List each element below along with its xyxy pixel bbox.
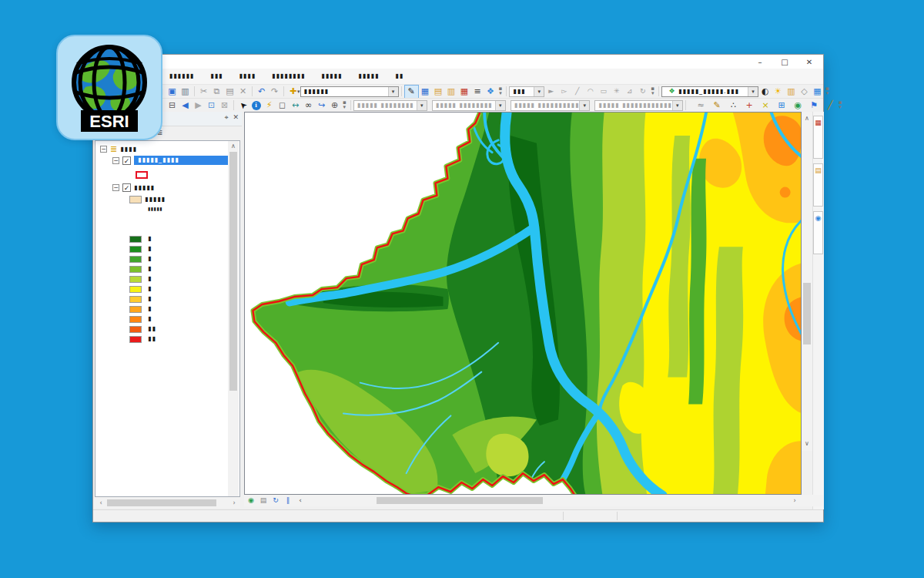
- menu-item-6[interactable]: ▮▮▮▮▮: [319, 72, 344, 81]
- legend-color-swatch[interactable]: [129, 326, 142, 333]
- midpoint-tool-icon[interactable]: ✳: [610, 86, 623, 98]
- vertex-edit-icon[interactable]: ∴: [727, 99, 740, 112]
- geocoding-combo[interactable]: ▮▮▮▮▮ ▮▮▮▮▮▮▮▮ ▾: [432, 100, 506, 111]
- data-view-button[interactable]: ◉: [246, 496, 256, 506]
- forward-extent-icon[interactable]: ▶: [192, 99, 205, 112]
- menu-item-3[interactable]: ▮▮▮: [208, 72, 225, 81]
- sketch-pencil-icon[interactable]: ✎: [711, 99, 724, 112]
- catalog-tab[interactable]: ▤: [813, 163, 823, 207]
- legend-color-swatch[interactable]: [129, 336, 142, 343]
- modelbuilder-icon[interactable]: ❖: [484, 86, 497, 98]
- print-icon[interactable]: ▥: [179, 86, 192, 98]
- undo-icon[interactable]: ↶: [255, 86, 268, 98]
- menu-item-7[interactable]: ▮▮▮▮▮: [356, 72, 381, 81]
- trace-edge-icon[interactable]: ≈: [695, 99, 708, 112]
- menu-item-8[interactable]: ▮▮: [393, 72, 406, 81]
- html-popup-icon[interactable]: ◻: [276, 99, 289, 112]
- scale-dropdown-icon[interactable]: ▾: [388, 87, 398, 96]
- pin-icon[interactable]: ⌖: [224, 113, 228, 122]
- refresh-view-button[interactable]: ↻: [270, 496, 281, 506]
- trace-tool-icon[interactable]: ⊿: [623, 86, 636, 98]
- minimize-button[interactable]: –: [748, 55, 772, 69]
- collapse-icon[interactable]: −: [100, 146, 107, 153]
- image-layer-combobox[interactable]: ❖ ▮▮▮▮▮_▮▮▮▮▮.▮▮▮ ▾: [661, 86, 758, 97]
- find-icon[interactable]: ∞: [302, 99, 315, 112]
- layer2-checkbox[interactable]: ✓: [122, 183, 131, 192]
- editor-toggle-icon[interactable]: ✎: [404, 85, 419, 99]
- catalog-icon[interactable]: ▤: [432, 86, 445, 98]
- python-window-icon[interactable]: ≡: [471, 86, 484, 98]
- swipe-layer-icon[interactable]: ▥: [785, 86, 798, 98]
- edit-tool-icon[interactable]: ►: [544, 86, 557, 98]
- pause-drawing-button[interactable]: ∥: [283, 496, 293, 506]
- scroll-thumb[interactable]: [229, 152, 237, 391]
- delete-icon[interactable]: ✕: [236, 86, 249, 98]
- scroll-up-icon[interactable]: ∧: [228, 141, 239, 150]
- scroll-thumb[interactable]: [803, 283, 811, 344]
- legend-color-swatch[interactable]: [129, 236, 142, 243]
- layout-view-button[interactable]: ▤: [258, 496, 269, 506]
- toolbar-overflow-icon[interactable]: ▪▾: [499, 87, 503, 96]
- tracking-combo[interactable]: ▮▮▮▮▮ ▮▮▮▮▮▮▮▮▮▮▮▮ ▾: [594, 100, 682, 111]
- toc-tree[interactable]: − ≣ ▮▮▮▮ − ✓ ▮▮▮▮▮_▮▮▮▮: [95, 140, 240, 497]
- select-features-icon[interactable]: ⊡: [205, 99, 218, 112]
- menu-item-5[interactable]: ▮▮▮▮▮▮▮▮: [270, 72, 307, 81]
- tree-node-dataframe[interactable]: − ≣ ▮▮▮▮: [100, 145, 137, 153]
- legend-color-swatch[interactable]: [129, 276, 142, 283]
- map-hscrollbar[interactable]: ›: [312, 496, 800, 506]
- line-sketch-icon[interactable]: ╱: [824, 99, 837, 112]
- scroll-up-icon[interactable]: ∧: [802, 113, 812, 123]
- scroll-down-icon[interactable]: ∨: [802, 439, 812, 448]
- catalog-window-icon[interactable]: ▥: [445, 86, 458, 98]
- scroll-left-icon[interactable]: ‹: [96, 498, 105, 508]
- scale-combobox[interactable]: ▮▮▮▮▮▮ ▾: [300, 86, 399, 97]
- arc-segment-icon[interactable]: ◠: [584, 86, 597, 98]
- close-button[interactable]: ✕: [797, 55, 822, 69]
- rotate-tool-icon[interactable]: ↻: [636, 86, 649, 98]
- save-icon[interactable]: ▣: [166, 86, 179, 98]
- clear-selection-icon[interactable]: ⊠: [218, 99, 231, 112]
- toolbar-overflow-icon[interactable]: ▪▾: [651, 87, 654, 96]
- flag-icon[interactable]: ⚑: [808, 99, 821, 112]
- move-crosshair-icon[interactable]: +: [743, 99, 756, 112]
- find-route-icon[interactable]: ↪: [315, 99, 328, 112]
- toc-vscrollbar[interactable]: ∧: [228, 141, 239, 496]
- brightness-icon[interactable]: ☀: [772, 86, 785, 98]
- measure-icon[interactable]: ↔: [289, 99, 302, 112]
- tree-node-layer1[interactable]: − ✓ ▮▮▮▮▮_▮▮▮▮: [112, 156, 228, 165]
- legend-color-swatch[interactable]: [129, 316, 142, 323]
- network-combo[interactable]: ▮▮▮▮▮ ▮▮▮▮▮▮▮▮▮▮ ▾: [511, 100, 591, 111]
- globe-icon[interactable]: ◉: [792, 99, 805, 112]
- topology-combo[interactable]: ▮▮▮▮▮ ▮▮▮▮▮▮▮▮ ▾: [353, 100, 427, 111]
- scroll-thumb[interactable]: [107, 499, 216, 506]
- layer1-checkbox[interactable]: ✓: [122, 156, 131, 165]
- tree-node-layer2[interactable]: − ✓ ▮▮▮▮▮: [112, 183, 155, 192]
- toolbar-overflow-icon[interactable]: ▪▾: [343, 101, 346, 109]
- hyperlink-icon[interactable]: ⚡: [263, 99, 276, 112]
- title-bar[interactable]: –□✕: [93, 55, 823, 69]
- feature-template-combobox[interactable]: ▮▮▮ ▾: [509, 86, 544, 97]
- collapse-icon[interactable]: −: [112, 157, 119, 164]
- scroll-left-button[interactable]: ‹: [295, 496, 306, 506]
- back-extent-icon[interactable]: ◀: [179, 99, 192, 112]
- outline-symbol-swatch[interactable]: [136, 171, 148, 179]
- close-icon[interactable]: ✕: [233, 113, 239, 122]
- rectangle-tool-icon[interactable]: ▭: [597, 86, 610, 98]
- maximize-button[interactable]: □: [772, 55, 797, 69]
- cut-icon[interactable]: ✂: [197, 86, 210, 98]
- fill-symbol-swatch[interactable]: [129, 196, 142, 203]
- copy-icon[interactable]: ⧉: [210, 86, 223, 98]
- paste-icon[interactable]: ▤: [223, 86, 236, 98]
- scroll-right-icon[interactable]: ›: [229, 498, 239, 508]
- scroll-thumb[interactable]: [377, 497, 543, 504]
- go-to-xy-icon[interactable]: ⊕: [328, 99, 341, 112]
- contrast-icon[interactable]: ◐: [758, 86, 772, 98]
- collapse-icon[interactable]: −: [112, 184, 119, 191]
- legend-color-swatch[interactable]: [129, 256, 142, 263]
- legend-color-swatch[interactable]: [129, 306, 142, 313]
- delete-vertex-icon[interactable]: ×: [759, 99, 772, 112]
- legend-color-swatch[interactable]: [129, 246, 142, 253]
- arctoolbox-tab[interactable]: ▦: [813, 116, 823, 159]
- menu-item-2[interactable]: ▮▮▮▮▮▮: [167, 72, 196, 81]
- layer1-selected-row[interactable]: ▮▮▮▮▮_▮▮▮▮: [134, 156, 228, 165]
